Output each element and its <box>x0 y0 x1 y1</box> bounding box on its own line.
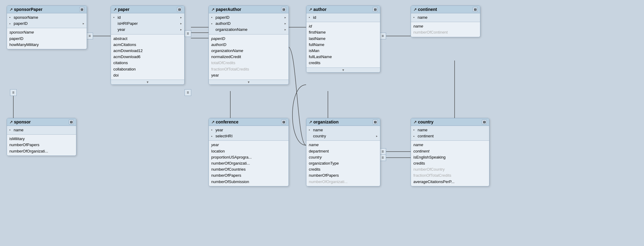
field-sponsorName-pk: ▪ sponsorName <box>9 15 84 21</box>
table-title-sponsorPaper: sponsorPaper <box>14 7 42 12</box>
pk-section-paperAuthor: ▪ paperID ▸ ▪ authorID ▸ organizationNam… <box>209 13 289 34</box>
field-paperID-attr-pa: paperID <box>211 36 286 42</box>
table-header-author: ↗ author ⊟ <box>306 6 380 13</box>
field-organizationType: organizationType <box>309 160 378 166</box>
erd-canvas: = = = = = = = = ↗ sponsorPaper ⊟ ▪ spons… <box>0 0 644 246</box>
field-isHRIPaper: isHRIPaper ▸ <box>113 21 182 27</box>
field-numberOfCountries-conf: numberOfCountries <box>211 166 286 172</box>
expand-icon-author: ↗ <box>309 7 312 12</box>
field-totalOfCredits: totalOfCredits <box>211 60 286 66</box>
attrs-section-paperAuthor: paperID authorID organizationName normal… <box>209 34 289 80</box>
eq-box-6: = <box>185 89 191 96</box>
table-header-paper: ↗ paper ⊟ <box>111 6 184 13</box>
eq-box-5: = <box>10 89 17 96</box>
table-continent: ↗ continent ⊟ ▪ name name numberOfContin… <box>411 5 480 37</box>
field-country-attr-org: country <box>309 154 378 160</box>
table-sponsor: ↗ sponsor ⊟ ▪ name isMilitary numberOfPa… <box>7 118 76 156</box>
minimize-btn-country[interactable]: ⊟ <box>482 120 487 124</box>
pk-section-sponsorPaper: ▪ sponsorName ▪ paperID ▸ <box>7 13 87 28</box>
minimize-btn-conference[interactable]: ⊟ <box>281 120 286 124</box>
table-country: ↗ country ⊟ ▪ name ▪ continent name cont… <box>411 118 489 186</box>
minimize-btn-author[interactable]: ⊟ <box>373 7 378 12</box>
field-year-pa: year <box>211 72 286 78</box>
field-lastName: lastName <box>309 36 378 42</box>
minimize-btn-paperAuthor[interactable]: ⊟ <box>281 7 286 12</box>
field-numberOfPapers-sponsor: numberOfPapers <box>9 142 74 148</box>
field-paperID-attr: paperID <box>9 36 84 42</box>
field-id-pk: ▪ id ▸ <box>113 15 182 21</box>
field-organizationName-attr: organizationName <box>211 48 286 54</box>
table-header-paperAuthor: ↗ paperAuthor ⊟ <box>209 6 289 13</box>
field-name-attr-org: name <box>309 142 378 148</box>
field-fullLastName: fullLastName <box>309 54 378 60</box>
attrs-section-organization: name department country organizationType… <box>306 141 380 186</box>
field-howManyMilitary: howManyMilitary <box>9 42 84 48</box>
field-paperID-pk-pa: ▪ paperID ▸ <box>211 15 286 21</box>
key-icon: ▪ <box>9 21 12 26</box>
attrs-section-author: id firstName lastName fullName isMan ful… <box>306 22 380 67</box>
field-year-pk-conf: ▪ year <box>211 127 286 133</box>
attrs-section-country: name continent isEnglishSpeaking credits… <box>411 141 489 186</box>
field-fractionOfTotalCredits: fractionOfTotalCredits <box>211 66 286 72</box>
field-authorID-attr: authorID <box>211 42 286 48</box>
table-title-country: country <box>418 120 433 124</box>
field-name-attr-country: name <box>413 142 487 148</box>
field-acmDownload12: acmDownload12 <box>113 48 182 54</box>
field-paperID-pk: ▪ paperID ▸ <box>9 21 84 27</box>
attrs-section-sponsor: isMilitary numberOfPapers numberOfOrgani… <box>7 135 76 156</box>
expand-icon-organization: ↗ <box>309 120 312 124</box>
expand-icon-sponsor: ↗ <box>9 120 13 124</box>
field-proportionUSA: proportionUSAprogra... <box>211 154 286 160</box>
field-doi: doi <box>113 72 182 78</box>
minimize-btn-sponsorPaper[interactable]: ⊟ <box>79 7 84 12</box>
key-icon: ▪ <box>9 15 12 20</box>
field-name-pk-org: ▪ name <box>309 127 378 133</box>
expand-icon-continent: ↗ <box>413 7 417 12</box>
table-title-conference: conference <box>216 120 239 124</box>
expand-icon-country: ↗ <box>413 120 417 124</box>
field-country-pk-org: country ▸ <box>309 133 378 139</box>
field-organizationName-pk: organizationName ▸ <box>211 27 286 33</box>
table-paperAuthor: ↗ paperAuthor ⊟ ▪ paperID ▸ ▪ authorID ▸… <box>209 5 289 85</box>
table-header-organization: ↗ organization ⊟ <box>306 118 380 126</box>
eq-box-7: = <box>379 148 386 155</box>
field-authorID-pk: ▪ authorID ▸ <box>211 21 286 27</box>
table-header-country: ↗ country ⊟ <box>411 118 489 126</box>
field-numberOfOrganizations-sponsor: numberOfOrganizati... <box>9 148 74 154</box>
field-location: location <box>211 148 286 154</box>
expand-icon-conference: ↗ <box>211 120 215 124</box>
table-organization: ↗ organization ⊟ ▪ name country ▸ name d… <box>306 118 380 186</box>
field-isEnglishSpeaking: isEnglishSpeaking <box>413 154 487 160</box>
field-isMilitary: isMilitary <box>9 136 74 142</box>
pk-section-continent: ▪ name <box>411 13 480 22</box>
field-acmDownload6: acmDownload6 <box>113 54 182 60</box>
minimize-btn-organization[interactable]: ⊟ <box>373 120 378 124</box>
field-numberOfPapers-org: numberOfPapers <box>309 172 378 179</box>
field-firstName: firstName <box>309 29 378 35</box>
field-department: department <box>309 148 378 154</box>
field-name-attr-continent: name <box>413 23 478 29</box>
field-sponsorName-attr: sponsorName <box>9 29 84 35</box>
eq-box-1: = <box>86 33 93 39</box>
table-header-sponsor: ↗ sponsor ⊟ <box>7 118 76 126</box>
table-title-author: author <box>313 7 327 12</box>
field-fractionOfTotalCredits-country: fractionOfTotalCredits <box>413 172 487 179</box>
minimize-btn-continent[interactable]: ⊟ <box>473 7 478 12</box>
field-id-pk-author: ▪ id <box>309 15 378 21</box>
field-numberOfOrganizations-conf: numberOfOrganizati... <box>211 160 286 166</box>
table-title-paperAuthor: paperAuthor <box>216 7 241 12</box>
attrs-section-sponsorPaper: sponsorName paperID howManyMilitary <box>7 28 87 49</box>
minimize-btn-paper[interactable]: ⊟ <box>177 7 182 12</box>
field-citations: citations <box>113 60 182 66</box>
table-conference: ↗ conference ⊟ ▪ year ▪ selectHRI year l… <box>209 118 289 186</box>
field-credits-org: credits <box>309 166 378 172</box>
field-numberOfSubmission: numberOfSubmission <box>211 179 286 185</box>
minimize-btn-sponsor[interactable]: ⊟ <box>69 120 74 124</box>
table-paper: ↗ paper ⊟ ▪ id ▸ isHRIPaper ▸ year ▸ <box>111 5 185 85</box>
scroll-indicator-paper: ▼ <box>111 80 184 84</box>
field-normalizedCredit: normalizedCredit <box>211 54 286 60</box>
expand-icon-paper: ↗ <box>113 7 117 12</box>
table-title-organization: organization <box>313 120 339 124</box>
table-title-continent: continent <box>418 7 437 12</box>
eq-box-4: = <box>379 33 386 39</box>
